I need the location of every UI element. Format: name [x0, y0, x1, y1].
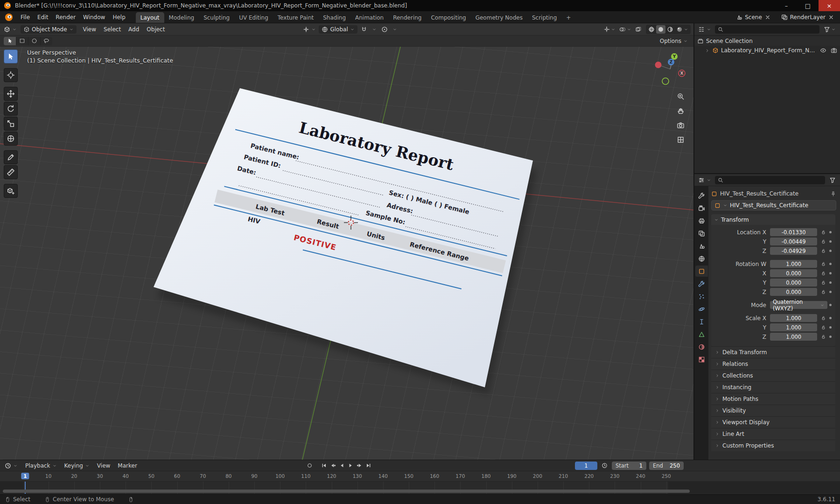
- lock-toggle[interactable]: [819, 248, 827, 253]
- properties-tab-view-layer[interactable]: [695, 228, 708, 239]
- mode-selector[interactable]: Object Mode: [21, 25, 77, 34]
- menu-help[interactable]: Help: [109, 13, 129, 22]
- ortho-perspective-toggle[interactable]: [676, 135, 685, 144]
- timeline-menu-playback[interactable]: Playback: [21, 461, 61, 470]
- animate-toggle[interactable]: [827, 250, 833, 252]
- animate-toggle[interactable]: [827, 240, 833, 243]
- viewport-menu-select[interactable]: Select: [100, 25, 125, 34]
- outliner-filter-button[interactable]: [822, 25, 837, 34]
- lock-toggle[interactable]: [819, 239, 827, 244]
- animate-toggle[interactable]: [827, 231, 833, 233]
- panel-line-art[interactable]: Line Art: [711, 428, 835, 440]
- expand-caret-icon[interactable]: [705, 48, 710, 53]
- properties-tab-physics[interactable]: [695, 303, 708, 315]
- scene-selector[interactable]: Scene: [745, 14, 762, 21]
- menu-window[interactable]: Window: [79, 13, 109, 22]
- properties-tab-material[interactable]: [695, 341, 708, 352]
- preview-range-toggle[interactable]: [600, 462, 609, 469]
- tool-cursor[interactable]: [4, 68, 18, 82]
- menu-render[interactable]: Render: [52, 13, 79, 22]
- current-frame-field[interactable]: 1: [575, 462, 597, 470]
- view-layer-unlink-icon[interactable]: [828, 14, 834, 21]
- timeline-menu-keying[interactable]: Keying: [61, 461, 93, 470]
- timeline-editor-type[interactable]: [4, 462, 19, 470]
- show-overlays-toggle[interactable]: [618, 25, 633, 34]
- properties-tab-render[interactable]: [695, 203, 708, 214]
- lock-toggle[interactable]: [819, 261, 827, 266]
- next-keyframe-button[interactable]: [356, 462, 364, 469]
- transform-field-z-6[interactable]: 0.000: [770, 288, 817, 296]
- transform-field-z-10[interactable]: 1.000: [770, 333, 817, 341]
- editor-type-button[interactable]: [3, 25, 18, 34]
- viewport-canvas[interactable]: Laboratory Report Patient name: Patient …: [0, 47, 693, 460]
- play-reverse-button[interactable]: [338, 462, 346, 469]
- panel-custom-properties[interactable]: Custom Properties: [711, 440, 835, 451]
- tool-add-cube[interactable]: [4, 184, 18, 198]
- workspace-tab-animation[interactable]: Animation: [350, 12, 388, 23]
- jump-to-end-button[interactable]: [364, 462, 372, 469]
- timeline-ruler[interactable]: 1020304050607080901001101201301401501601…: [0, 471, 840, 482]
- tool-scale[interactable]: [4, 117, 18, 131]
- auto-keying-toggle[interactable]: [306, 462, 314, 469]
- panel-visibility[interactable]: Visibility: [711, 405, 835, 416]
- workspace-tab-texture-paint[interactable]: Texture Paint: [273, 12, 318, 23]
- properties-tab-scene[interactable]: [695, 240, 708, 252]
- proportional-falloff[interactable]: [391, 26, 399, 33]
- transform-field-location-x-0[interactable]: -0.01330: [770, 228, 817, 236]
- close-button[interactable]: ×: [819, 0, 840, 11]
- shading-solid-button[interactable]: [656, 25, 665, 34]
- tool-tweak-select[interactable]: [4, 49, 18, 63]
- panel-collections[interactable]: Collections: [711, 370, 835, 381]
- properties-tab-data[interactable]: [695, 329, 708, 340]
- tool-transform[interactable]: [4, 132, 18, 146]
- blender-menu-icon[interactable]: [5, 13, 13, 21]
- properties-tab-world[interactable]: [695, 253, 708, 264]
- viewport-menu-add[interactable]: Add: [125, 25, 143, 34]
- workspace-tab-uv-editing[interactable]: UV Editing: [234, 12, 273, 23]
- end-frame-field[interactable]: End250: [649, 462, 684, 470]
- minimize-button[interactable]: –: [776, 0, 797, 11]
- timeline-scrollbar[interactable]: [3, 490, 690, 493]
- animate-toggle[interactable]: [827, 263, 833, 265]
- select-mode-box[interactable]: [16, 37, 28, 45]
- options-button[interactable]: Options: [660, 38, 690, 44]
- timeline-menu-view[interactable]: View: [93, 461, 114, 470]
- maximize-button[interactable]: □: [797, 0, 819, 11]
- viewport-menu-view[interactable]: View: [79, 25, 100, 34]
- lock-toggle[interactable]: [819, 271, 827, 276]
- properties-tab-particles[interactable]: [695, 291, 708, 302]
- lock-toggle[interactable]: [819, 315, 827, 321]
- shading-material-button[interactable]: [665, 25, 675, 34]
- workspace-tab-layout[interactable]: Layout: [136, 12, 164, 23]
- animate-toggle[interactable]: [827, 304, 833, 306]
- animate-toggle[interactable]: [827, 272, 833, 274]
- xray-toggle[interactable]: [634, 25, 643, 34]
- outliner-search-input[interactable]: [715, 25, 819, 34]
- transform-field-y-5[interactable]: 0.000: [770, 279, 817, 287]
- transform-field-scale-x-8[interactable]: 1.000: [770, 314, 817, 322]
- lock-toggle[interactable]: [819, 280, 827, 285]
- properties-tab-modifiers[interactable]: [695, 278, 708, 289]
- lock-toggle[interactable]: [819, 230, 827, 235]
- workspace-tab-scripting[interactable]: Scripting: [527, 12, 561, 23]
- panel-instancing[interactable]: Instancing: [711, 381, 835, 393]
- workspace-tab-item[interactable]: +: [561, 12, 575, 23]
- transform-field-y-1[interactable]: -0.00449: [770, 238, 817, 245]
- transform-field-y-9[interactable]: 1.000: [770, 323, 817, 331]
- playhead[interactable]: 1: [21, 473, 29, 479]
- properties-tab-object[interactable]: [695, 266, 708, 277]
- transform-panel-header[interactable]: Transform: [711, 214, 835, 225]
- select-mode-lasso[interactable]: [40, 37, 52, 45]
- transform-field-rotation-w-3[interactable]: 1.000: [770, 260, 817, 268]
- gizmo-y-neg-axis[interactable]: [662, 78, 669, 84]
- select-mode-tweak[interactable]: [4, 37, 16, 45]
- menu-file[interactable]: File: [17, 13, 34, 22]
- camera-view-toggle[interactable]: [676, 120, 685, 130]
- pan-control[interactable]: [676, 106, 685, 115]
- tool-measure[interactable]: [4, 165, 18, 179]
- timeline-menu-marker[interactable]: Marker: [114, 461, 140, 470]
- jump-to-start-button[interactable]: [320, 462, 328, 469]
- panel-delta-transform[interactable]: Delta Transform: [711, 346, 835, 358]
- animate-toggle[interactable]: [827, 291, 833, 293]
- viewport-menu-object[interactable]: Object: [143, 25, 168, 34]
